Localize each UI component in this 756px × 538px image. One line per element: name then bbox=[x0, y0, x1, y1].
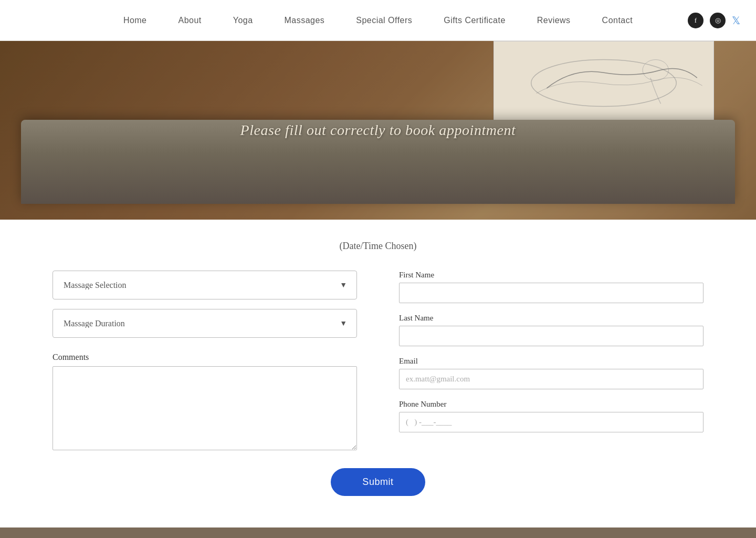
email-label: Email bbox=[399, 357, 704, 366]
email-group: Email bbox=[399, 357, 704, 389]
nav-links: Home About Yoga Massages Special Offers … bbox=[123, 16, 633, 25]
phone-label: Phone Number bbox=[399, 400, 704, 409]
navigation: Home About Yoga Massages Special Offers … bbox=[0, 0, 756, 41]
hero-artwork bbox=[494, 41, 714, 125]
form-right-column: First Name Last Name Email Phone Number bbox=[399, 271, 704, 443]
phone-input[interactable] bbox=[399, 412, 704, 432]
hero-banner: Please fill out correctly to book appoin… bbox=[0, 41, 756, 220]
phone-group: Phone Number bbox=[399, 400, 704, 432]
nav-yoga[interactable]: Yoga bbox=[233, 16, 253, 25]
comments-textarea[interactable] bbox=[52, 366, 357, 450]
svg-rect-0 bbox=[495, 42, 713, 125]
form-left-column: Massage Selection Swedish Massage Deep T… bbox=[52, 271, 357, 452]
booking-form-section: (Date/Time Chosen) Massage Selection Swe… bbox=[37, 220, 719, 527]
social-icons: f ◎ 𝕏 bbox=[688, 13, 740, 28]
comments-label: Comments bbox=[52, 353, 357, 362]
instagram-icon[interactable]: ◎ bbox=[710, 13, 726, 28]
form-columns: Massage Selection Swedish Massage Deep T… bbox=[37, 271, 719, 452]
nav-about[interactable]: About bbox=[178, 16, 202, 25]
facebook-icon[interactable]: f bbox=[688, 13, 704, 28]
massage-selection-select[interactable]: Massage Selection Swedish Massage Deep T… bbox=[53, 271, 356, 299]
massage-selection-dropdown-wrap: Massage Selection Swedish Massage Deep T… bbox=[52, 271, 357, 299]
last-name-group: Last Name bbox=[399, 314, 704, 346]
massage-duration-dropdown-wrap: Massage Duration 30 minutes 60 minutes 9… bbox=[52, 309, 357, 338]
hero-text: Please fill out correctly to book appoin… bbox=[240, 122, 516, 139]
nav-home[interactable]: Home bbox=[123, 16, 147, 25]
first-name-label: First Name bbox=[399, 271, 704, 280]
email-input[interactable] bbox=[399, 369, 704, 389]
twitter-icon[interactable]: 𝕏 bbox=[732, 14, 740, 27]
nav-contact[interactable]: Contact bbox=[602, 16, 633, 25]
last-name-label: Last Name bbox=[399, 314, 704, 323]
last-name-input[interactable] bbox=[399, 326, 704, 346]
massage-duration-select[interactable]: Massage Duration 30 minutes 60 minutes 9… bbox=[53, 309, 356, 337]
footer: 494 Henderson Road, Suite C Asheville, N… bbox=[0, 527, 756, 538]
first-name-group: First Name bbox=[399, 271, 704, 303]
date-time-chosen: (Date/Time Chosen) bbox=[37, 241, 719, 252]
submit-row: Submit bbox=[37, 468, 719, 496]
nav-reviews[interactable]: Reviews bbox=[537, 16, 571, 25]
nav-gifts-certificate[interactable]: Gifts Certificate bbox=[444, 16, 506, 25]
first-name-input[interactable] bbox=[399, 283, 704, 303]
submit-button[interactable]: Submit bbox=[331, 468, 425, 496]
nav-massages[interactable]: Massages bbox=[285, 16, 325, 25]
nav-special-offers[interactable]: Special Offers bbox=[356, 16, 412, 25]
